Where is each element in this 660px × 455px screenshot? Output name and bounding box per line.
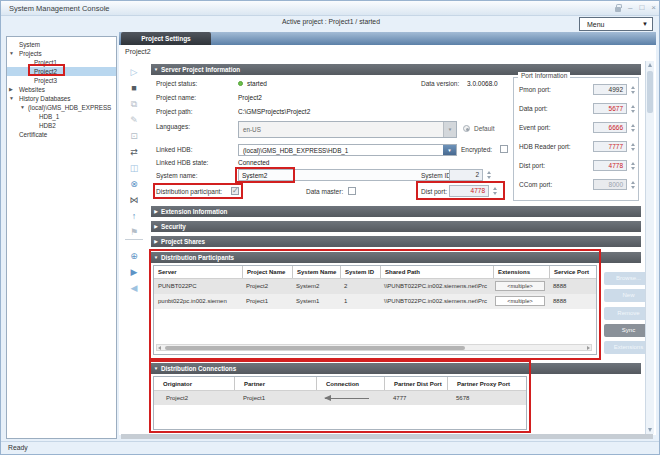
section-header-project-shares[interactable]: ▶Project Shares	[151, 236, 641, 247]
tree-item-hdb2[interactable]: HDB2	[7, 121, 116, 130]
copy-project-button[interactable]: ⧉	[127, 93, 141, 107]
close-button[interactable]: ×	[651, 2, 656, 14]
ccom-port-stepper[interactable]	[629, 179, 636, 191]
back-button[interactable]: ◀	[127, 277, 141, 291]
scrollbar-thumb[interactable]	[165, 346, 465, 350]
section-header-security[interactable]: ▶Security	[151, 221, 641, 232]
cancel-button[interactable]: ⊗	[127, 173, 141, 187]
tree-item-history-databases[interactable]: ▼History Databases	[7, 94, 116, 103]
horizontal-scrollbar[interactable]	[156, 344, 592, 351]
chevron-down-icon[interactable]: ▼	[443, 122, 456, 137]
dist-port2-field[interactable]: 4778	[593, 160, 627, 171]
edit-project-button[interactable]: ✎	[127, 109, 141, 123]
screen-button[interactable]: ⊡	[127, 125, 141, 139]
system-id-field[interactable]: 2	[449, 169, 483, 181]
tree-item-project3[interactable]: Project3	[7, 76, 116, 85]
hdb-reader-port-field[interactable]: 7777	[593, 141, 627, 152]
section-header-distribution-participants[interactable]: ▼Distribution Participants	[151, 252, 641, 263]
spinner-up-icon[interactable]	[631, 162, 635, 165]
dist-port2-stepper[interactable]	[629, 160, 636, 172]
scroll-down-icon[interactable]	[648, 428, 652, 432]
spinner-up-icon[interactable]	[631, 105, 635, 108]
page-title: Project2	[125, 48, 151, 55]
tree-item-project1[interactable]: Project1	[7, 58, 116, 67]
spinner-up-icon[interactable]	[493, 187, 497, 190]
upgrade-button[interactable]: ↑	[127, 205, 141, 219]
spinner-down-icon[interactable]	[631, 91, 635, 94]
scrollbar-thumb[interactable]	[647, 71, 653, 113]
system-id-stepper[interactable]	[485, 169, 492, 181]
unlink-button[interactable]: ⋈	[127, 189, 141, 203]
spinner-down-icon[interactable]	[487, 176, 491, 179]
linked-hdb-value: (local)\GMS_HDB_EXPRESS\HDB_1	[239, 145, 443, 155]
scroll-up-icon[interactable]	[648, 63, 652, 67]
section-header-extension-information[interactable]: ▶Extension Information	[151, 206, 641, 217]
spinner-up-icon[interactable]	[631, 86, 635, 89]
data-master-checkbox[interactable]	[348, 187, 356, 195]
data-port-stepper[interactable]	[629, 103, 636, 115]
languages-combobox[interactable]: en-US ▼	[238, 121, 457, 138]
project-name-value: Project2	[238, 94, 262, 101]
tree-item-project2[interactable]: Project2	[7, 67, 116, 76]
event-port-stepper[interactable]	[629, 122, 636, 134]
minimize-button[interactable]: –	[628, 2, 632, 14]
chevron-right-icon[interactable]: ▶	[9, 85, 13, 94]
encrypted-checkbox[interactable]	[500, 145, 508, 153]
spinner-down-icon[interactable]	[631, 148, 635, 151]
vertical-scrollbar[interactable]	[645, 61, 654, 434]
data-port-label: Data port:	[519, 105, 548, 112]
ccom-port-field[interactable]: 8000	[593, 179, 627, 190]
pmon-port-field[interactable]: 4992	[593, 84, 627, 95]
start-project-button[interactable]: ▷	[127, 61, 141, 75]
spinner-up-icon[interactable]	[631, 143, 635, 146]
tree-item-hdb1[interactable]: HDB_1	[7, 112, 116, 121]
chevron-down-icon[interactable]: ▼	[443, 145, 456, 155]
spinner-down-icon[interactable]	[631, 186, 635, 189]
tree-item-websites[interactable]: ▶Websites	[7, 85, 116, 94]
pmon-port-stepper[interactable]	[629, 84, 636, 96]
spinner-down-icon[interactable]	[493, 192, 497, 195]
table-row[interactable]: PUNBT022PC Project2 System2 2 \\PUNBT022…	[154, 279, 596, 294]
event-port-field[interactable]: 6666	[593, 122, 627, 133]
spinner-down-icon[interactable]	[631, 110, 635, 113]
collapse-icon: ▼	[151, 363, 161, 374]
spinner-up-icon[interactable]	[631, 181, 635, 184]
section-header-distribution-connections[interactable]: ▼Distribution Connections	[151, 363, 641, 374]
distribute-button[interactable]: ⇄	[127, 141, 141, 155]
distribution-participant-checkbox[interactable]: ✓	[231, 187, 239, 195]
dist-port-stepper[interactable]	[491, 185, 498, 197]
menu-dropdown[interactable]: Menu ▼	[579, 17, 653, 31]
scroll-right-icon[interactable]	[587, 346, 590, 350]
chevron-down-icon[interactable]: ▼	[9, 94, 14, 103]
spinner-up-icon[interactable]	[487, 171, 491, 174]
spinner-down-icon[interactable]	[631, 167, 635, 170]
tree-item-system[interactable]: System	[7, 40, 116, 49]
scroll-left-icon[interactable]	[158, 346, 161, 350]
chevron-down-icon[interactable]: ▼	[20, 103, 25, 112]
data-port-field[interactable]: 5677	[593, 103, 627, 114]
linked-hdb-combobox[interactable]: (local)\GMS_HDB_EXPRESS\HDB_1 ▼	[238, 144, 457, 156]
navigation-tree: System ▼Projects Project1 Project2 Proje…	[6, 36, 117, 439]
forward-button[interactable]: ▶	[127, 261, 141, 275]
spinner-down-icon[interactable]	[631, 129, 635, 132]
tree-item-hdb-express[interactable]: ▼(local)\GMS_HDB_EXPRESS	[7, 103, 116, 112]
default-radio[interactable]	[463, 125, 470, 132]
table-row[interactable]: Project2 Project1 4777 5678	[154, 391, 526, 405]
stop-project-button[interactable]: ■	[127, 77, 141, 91]
maximize-button[interactable]: □	[639, 2, 644, 14]
tab-project-settings[interactable]: Project Settings	[121, 32, 211, 45]
spinner-up-icon[interactable]	[631, 124, 635, 127]
extensions-combobox[interactable]: <multiple>	[495, 281, 545, 291]
hdb-reader-port-label: HDB Reader port:	[519, 143, 571, 150]
tree-item-certificate[interactable]: Certificate	[7, 130, 116, 139]
dist-port-field[interactable]: 4778	[449, 185, 489, 197]
copy-icon: ⧉	[131, 99, 137, 109]
pin-button[interactable]: ⚑	[127, 221, 141, 235]
save-button[interactable]: ◫	[127, 157, 141, 171]
add-button[interactable]: ⊕	[127, 245, 141, 259]
table-row[interactable]: punbt022pc.in002.siemen Project1 System1…	[154, 294, 596, 309]
tree-item-projects[interactable]: ▼Projects	[7, 49, 116, 58]
hdb-reader-port-stepper[interactable]	[629, 141, 636, 153]
chevron-down-icon[interactable]: ▼	[9, 49, 14, 58]
extensions-combobox[interactable]: <multiple>	[495, 296, 545, 306]
